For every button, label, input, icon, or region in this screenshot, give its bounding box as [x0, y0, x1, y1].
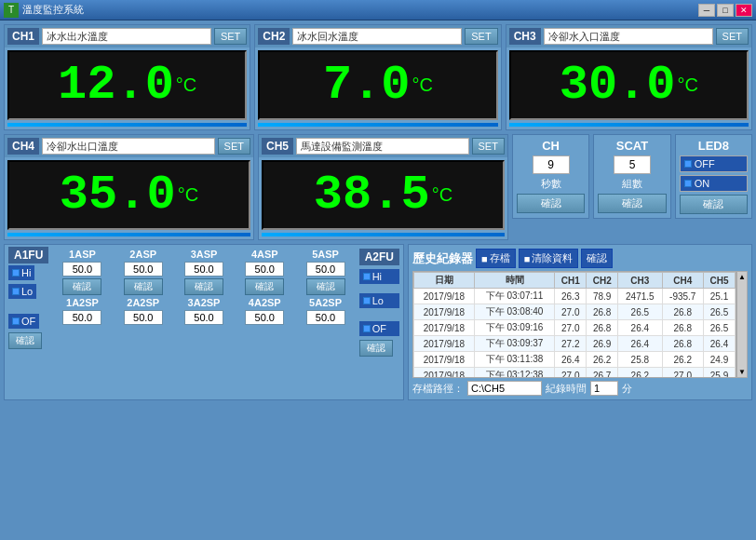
ch4-display: 35.0 °C [7, 160, 250, 230]
ch-panel-confirm[interactable]: 確認 [517, 194, 585, 213]
asp2-input[interactable] [124, 262, 163, 277]
asp2-3-col: 3A2SP [175, 297, 233, 325]
asp2-3-input[interactable] [184, 310, 223, 325]
asp4-confirm[interactable]: 確認 [245, 278, 284, 295]
ch3-unit: °C [678, 74, 698, 96]
led8-on-button[interactable]: ON [680, 175, 748, 192]
a2fu-hi-label: Hi [359, 269, 399, 284]
scroll-up-icon[interactable]: ▲ [738, 273, 746, 281]
right-panel: CH 秒數 確認 SCAT 組數 確認 LED8 O [512, 134, 752, 240]
bottom-row: A1FU Hi Lo [4, 244, 752, 400]
minimize-button[interactable]: ─ [698, 4, 715, 17]
ch2-block: CH2 SET 7.0 °C [254, 24, 501, 130]
ch-panel-title: CH [542, 139, 560, 153]
ch4-unit: °C [178, 184, 198, 206]
asp5-confirm[interactable]: 確認 [306, 278, 345, 295]
a1fu-confirm[interactable]: 確認 [8, 332, 42, 349]
maximize-button[interactable]: □ [717, 4, 734, 17]
ch1-block: CH1 SET 12.0 °C [4, 24, 250, 130]
scat-panel: SCAT 組數 確認 [593, 134, 670, 219]
scat-panel-input[interactable] [614, 155, 651, 174]
ch3-value: 30.0 [560, 61, 676, 110]
a2fu-title: A2FU [359, 249, 399, 265]
a2fu-lo-indicator [363, 297, 371, 304]
ch5-display: 38.5 °C [262, 160, 505, 230]
ch1-unit: °C [176, 74, 196, 96]
asp5-input[interactable] [306, 262, 345, 277]
asp2-3-header: 3A2SP [188, 297, 221, 308]
col-ch3: CH3 [618, 273, 662, 289]
close-button[interactable]: ✕ [736, 4, 752, 17]
asp2-1-col: 1A2SP [53, 297, 111, 325]
history-table: 日期 時間 CH1 CH2 CH3 CH4 CH5 2017/9/18下午 03… [413, 272, 736, 378]
scat-panel-confirm[interactable]: 確認 [598, 194, 666, 213]
a1fu-title: A1FU [8, 247, 48, 263]
main-content: CH1 SET 12.0 °C CH2 SET 7.0 °C [0, 20, 756, 540]
asp2-1-input[interactable] [62, 310, 101, 325]
history-save-button[interactable]: ■ 存檔 [476, 249, 516, 268]
ch2-set-button[interactable]: SET [465, 28, 497, 45]
asp2-2-input[interactable] [124, 310, 163, 325]
asp1-header: 1ASP [69, 249, 96, 260]
ch-panel-input[interactable] [533, 155, 570, 174]
ch3-name-input[interactable] [544, 28, 713, 45]
ch5-value: 38.5 [314, 171, 430, 220]
ch5-unit: °C [432, 184, 452, 206]
a2fu-right: A2FU Hi Lo [359, 249, 399, 357]
ch5-set-button[interactable]: SET [472, 138, 505, 155]
history-footer: 存檔路徑： 紀錄時間 分 [412, 381, 748, 396]
ch1-name-input[interactable] [42, 28, 211, 45]
a2fu-of-indicator [363, 325, 371, 332]
scat-panel-title: SCAT [616, 139, 648, 153]
ch3-display: 30.0 °C [509, 50, 749, 120]
path-input[interactable] [467, 381, 542, 396]
ch2-label: CH2 [258, 28, 290, 45]
ch4-block: CH4 SET 35.0 °C [4, 134, 254, 240]
ch3-set-button[interactable]: SET [716, 28, 749, 45]
ch5-name-input[interactable] [296, 138, 469, 155]
ch1-set-button[interactable]: SET [214, 28, 247, 45]
asp2-4-header: 4A2SP [249, 297, 281, 308]
asp5-col: 5ASP 確認 [296, 249, 354, 295]
history-header: 歷史紀錄器 ■ 存檔 ■ 清除資料 確認 [412, 249, 748, 268]
ch2-name-input[interactable] [292, 28, 462, 45]
ch5-header: CH5 SET [259, 135, 507, 157]
ch5-block: CH5 SET 38.5 °C [258, 134, 508, 240]
led8-confirm[interactable]: 確認 [680, 195, 748, 214]
time-input[interactable] [590, 381, 618, 396]
asp1-input[interactable] [62, 262, 101, 277]
asp3-header: 3ASP [191, 249, 218, 260]
ch2-value: 7.0 [323, 61, 411, 110]
ch4-name-input[interactable] [42, 138, 215, 155]
asp3-col: 3ASP 確認 [175, 249, 233, 295]
asp2-row: 1A2SP 2A2SP 3A2SP 4A2SP [53, 297, 354, 325]
table-row: 2017/9/18下午 03:11:3826.426.225.826.224.9 [414, 352, 736, 368]
led8-on-indicator [684, 180, 692, 187]
a2fu-hi-indicator [363, 273, 371, 280]
ch5-label: CH5 [262, 138, 293, 155]
a2fu-lo-label: Lo [359, 293, 399, 308]
led8-off-button[interactable]: OFF [680, 155, 748, 172]
asp3-confirm[interactable]: 確認 [184, 278, 223, 295]
ch4-bar [7, 233, 250, 236]
asp2-5-input[interactable] [306, 310, 345, 325]
ch4-set-button[interactable]: SET [218, 138, 250, 155]
asp2-5-header: 5A2SP [309, 297, 342, 308]
col-date: 日期 [414, 273, 475, 289]
asp4-input[interactable] [245, 262, 284, 277]
scrollbar[interactable]: ▲ ▼ [736, 271, 748, 378]
asp2-4-col: 4A2SP [236, 297, 293, 325]
asp3-input[interactable] [184, 262, 223, 277]
a2fu-confirm[interactable]: 確認 [359, 340, 393, 357]
history-clear-button[interactable]: ■ 清除資料 [519, 249, 579, 268]
asp2-col: 2ASP 確認 [115, 249, 172, 295]
asp2-confirm[interactable]: 確認 [124, 278, 163, 295]
history-confirm-button[interactable]: 確認 [581, 249, 613, 268]
asp2-2-header: 2A2SP [127, 297, 159, 308]
time-label: 紀錄時間 [546, 382, 587, 396]
scroll-down-icon[interactable]: ▼ [738, 368, 746, 376]
asp2-4-input[interactable] [245, 310, 284, 325]
ch3-label: CH3 [509, 28, 541, 45]
table-row: 2017/9/18下午 03:09:1627.026.826.426.826.5 [414, 320, 736, 336]
asp1-confirm[interactable]: 確認 [62, 278, 101, 295]
